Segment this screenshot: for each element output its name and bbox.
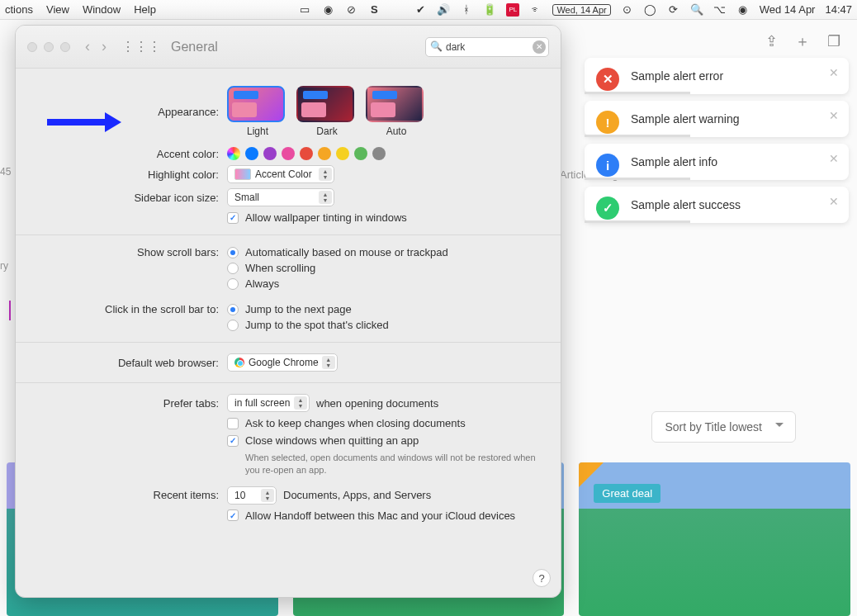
close-windows-label: Close windows when quitting an app: [245, 434, 419, 447]
bluetooth-icon[interactable]: ᚼ: [460, 3, 473, 17]
wallpaper-tinting-checkbox[interactable]: [227, 212, 239, 224]
divider: [16, 235, 561, 235]
show-all-button[interactable]: ⋮⋮⋮: [121, 39, 161, 54]
appearance-auto[interactable]: Auto: [366, 86, 427, 137]
new-tab-icon[interactable]: ＋: [794, 33, 811, 50]
clear-search-button[interactable]: ✕: [533, 40, 546, 54]
menu-item[interactable]: View: [46, 3, 69, 16]
alert-text: Sample alert warning: [631, 112, 740, 126]
alert-progress: [585, 178, 690, 180]
close-icon[interactable]: ✕: [829, 195, 839, 208]
menubar-date[interactable]: Wed 14 Apr: [760, 3, 816, 16]
warning-icon: !: [596, 111, 619, 134]
divider: [16, 342, 561, 343]
default-browser-select[interactable]: Google Chrome ▲▼: [227, 353, 338, 372]
deal-badge: Great deal: [594, 484, 661, 503]
ask-changes-checkbox[interactable]: [227, 418, 239, 429]
accent-yellow[interactable]: [336, 147, 349, 160]
user-icon[interactable]: ◯: [644, 3, 657, 17]
dnd-icon[interactable]: ⊘: [344, 3, 357, 17]
display-mirror-icon[interactable]: ▭: [298, 3, 311, 17]
click-spot-radio[interactable]: [227, 320, 239, 331]
recent-items-select[interactable]: 10 ▲▼: [227, 486, 277, 505]
zoom-window-button[interactable]: [60, 42, 70, 52]
accent-red[interactable]: [300, 147, 313, 160]
appearance-dark-preview: [296, 86, 354, 122]
highlight-swatch-icon: [234, 168, 251, 180]
check-icon[interactable]: ✔: [414, 3, 427, 17]
recent-label: Recent items:: [26, 489, 227, 501]
siri-icon[interactable]: ◉: [736, 3, 750, 17]
menubar: ctions View Window Help ▭ ◉ ⊘ S ✔ 🔊 ᚼ 🔋 …: [0, 0, 857, 20]
close-windows-checkbox[interactable]: [227, 435, 239, 447]
close-icon[interactable]: ✕: [829, 66, 839, 79]
menu-item[interactable]: Window: [83, 3, 121, 16]
date-badge[interactable]: Wed, 14 Apr: [552, 4, 610, 16]
menu-item[interactable]: ctions: [5, 3, 33, 16]
volume-icon[interactable]: 🔊: [437, 3, 450, 17]
minimize-window-button[interactable]: [44, 42, 54, 52]
play-icon[interactable]: ⊙: [621, 3, 634, 17]
scroll-opt-label: Always: [245, 277, 279, 290]
forward-button[interactable]: ›: [102, 38, 107, 55]
record-icon[interactable]: ◉: [321, 3, 334, 17]
help-button[interactable]: ?: [533, 569, 551, 587]
tabs-overview-icon[interactable]: ❐: [826, 33, 842, 50]
close-icon[interactable]: ✕: [829, 152, 839, 165]
recent-value: 10: [234, 490, 245, 501]
sidebar-size-label: Sidebar icon size:: [26, 192, 227, 204]
menubar-status: ▭ ◉ ⊘ S ✔ 🔊 ᚼ 🔋 PL ᯤ Wed, 14 Apr ⊙ ◯ ⟳ 🔍…: [298, 3, 852, 17]
accent-pink[interactable]: [282, 147, 295, 160]
sidebar-size-select[interactable]: Small ▲▼: [227, 188, 334, 206]
appearance-dark[interactable]: Dark: [296, 86, 357, 137]
close-window-button[interactable]: [27, 42, 37, 52]
app-s-icon[interactable]: S: [367, 3, 381, 17]
accent-label: Accent color:: [26, 148, 227, 160]
alert-info: i Sample alert info ✕: [585, 144, 849, 180]
alert-stack: ✕ Sample alert error ✕ ! Sample alert wa…: [585, 58, 849, 223]
share-icon[interactable]: ⇪: [763, 33, 779, 50]
wifi-icon[interactable]: ᯤ: [529, 3, 542, 17]
close-icon[interactable]: ✕: [829, 109, 839, 122]
scroll-opt-label: When scrolling: [245, 262, 315, 274]
accent-green[interactable]: [354, 147, 367, 160]
highlight-color-select[interactable]: Accent Color ▲▼: [227, 165, 334, 183]
listing-card[interactable]: Great deal: [579, 462, 850, 616]
sidebar-size-value: Small: [234, 192, 259, 203]
menubar-time[interactable]: 14:47: [825, 3, 852, 16]
browser-label: Default web browser:: [26, 357, 227, 369]
control-center-icon[interactable]: ⌥: [713, 3, 727, 17]
scroll-when-radio[interactable]: [227, 263, 239, 274]
battery-icon[interactable]: 🔋: [483, 3, 496, 17]
language-flag-icon[interactable]: PL: [506, 3, 519, 17]
accent-blue[interactable]: [245, 147, 258, 160]
back-button[interactable]: ‹: [85, 38, 90, 55]
click-next-page-radio[interactable]: [227, 304, 239, 315]
handoff-checkbox[interactable]: [227, 509, 239, 521]
search-input[interactable]: [425, 37, 549, 57]
info-icon: i: [596, 154, 619, 177]
recent-suffix: Documents, Apps, and Servers: [283, 489, 431, 501]
alert-text: Sample alert success: [631, 198, 741, 211]
appearance-light[interactable]: Light: [227, 86, 288, 137]
click-opt-label: Jump to the next page: [245, 303, 352, 315]
alert-progress: [585, 220, 690, 223]
scroll-auto-radio[interactable]: [227, 247, 239, 258]
menu-item[interactable]: Help: [134, 3, 156, 16]
sync-icon[interactable]: ⟳: [667, 3, 680, 17]
search-icon[interactable]: 🔍: [690, 3, 703, 17]
prefertabs-value: in full screen: [234, 397, 290, 409]
spacer-icon: [391, 3, 404, 17]
scroll-always-radio[interactable]: [227, 278, 239, 290]
appearance-light-preview: [227, 86, 285, 122]
accent-graphite[interactable]: [372, 147, 386, 160]
accent-purple[interactable]: [263, 147, 277, 160]
close-windows-hint: When selected, open documents and window…: [245, 452, 542, 476]
success-icon: ✓: [596, 197, 619, 220]
prefertabs-select[interactable]: in full screen ▲▼: [227, 394, 310, 412]
traffic-lights: [27, 42, 70, 52]
accent-orange[interactable]: [318, 147, 331, 160]
modal-title: General: [171, 40, 218, 54]
accent-multicolor[interactable]: [227, 147, 240, 160]
sort-dropdown[interactable]: Sort by Title lowest: [651, 411, 797, 443]
